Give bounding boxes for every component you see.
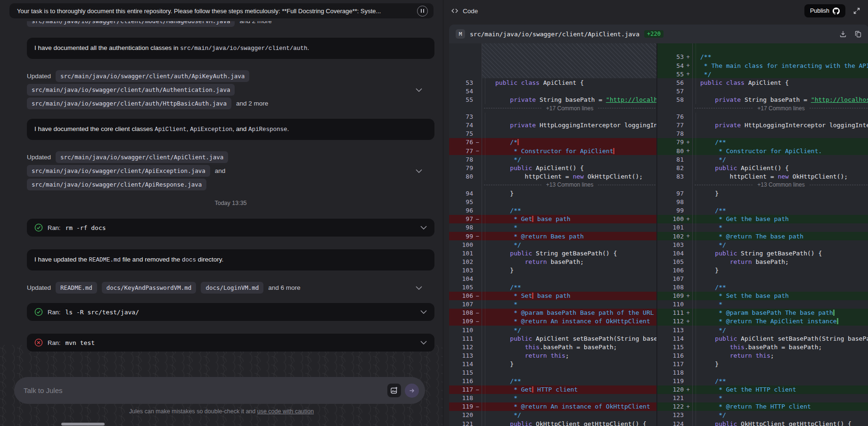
diff-row: 78 */ bbox=[449, 155, 656, 164]
copy-icon[interactable] bbox=[854, 30, 862, 38]
code-line: * @return Baes path bbox=[482, 232, 656, 240]
diff-gutter bbox=[449, 180, 482, 189]
command-card[interactable]: Ran:ls -R src/test/java/ bbox=[27, 303, 434, 321]
line-number: 120 bbox=[449, 411, 473, 418]
diff-row: 118 * bbox=[449, 394, 656, 402]
diff-marker: − bbox=[473, 403, 482, 410]
line-number: 102 bbox=[449, 258, 473, 265]
diff-card: M src/main/java/io/swagger/client/ApiCli… bbox=[449, 25, 868, 426]
diff-gutter: 78 bbox=[449, 155, 482, 164]
file-chip[interactable]: docs/KeyAndPasswordVM.md bbox=[102, 282, 197, 294]
diff-gutter: 79+ bbox=[657, 138, 693, 147]
diff-row: 103 } bbox=[449, 266, 656, 274]
chevron-down-icon[interactable] bbox=[420, 226, 427, 229]
diff-gutter: 110 bbox=[657, 300, 693, 309]
diff-gutter: 103 bbox=[657, 240, 693, 249]
diff-row: 121 public OkHttpClient getHttpClient() … bbox=[449, 419, 656, 426]
diff-gutter bbox=[449, 70, 482, 78]
updated-files-row: src/main/java/io/swagger/client/auth/Htt… bbox=[27, 98, 434, 109]
publish-button[interactable]: Publish bbox=[804, 4, 845, 17]
diff-row: 98 * bbox=[449, 223, 656, 232]
line-number: 112 bbox=[449, 344, 473, 351]
file-chip[interactable]: src/main/java/io/swagger/client/auth/Aut… bbox=[27, 84, 235, 96]
diff-gutter: 122+ bbox=[657, 402, 693, 411]
x-circle-icon bbox=[34, 338, 43, 347]
diff-marker: − bbox=[473, 216, 482, 222]
diff-marker: − bbox=[473, 147, 482, 154]
diff-row: 73 bbox=[449, 113, 656, 121]
composer-placeholder: Talk to Jules bbox=[24, 386, 387, 394]
chevron-down-icon[interactable] bbox=[420, 310, 427, 314]
diff-row: 97− * Get base path bbox=[449, 215, 656, 223]
common-lines-separator[interactable]: +13 Common lines bbox=[482, 180, 656, 189]
chevron-down-icon[interactable] bbox=[416, 169, 422, 173]
diff-right: 53+/**54+ * The main class for interacti… bbox=[656, 43, 868, 426]
file-chip[interactable]: README.md bbox=[56, 282, 97, 294]
diff-row: 106 } bbox=[657, 266, 868, 274]
file-chip[interactable]: src/main/java/io/swagger/client/ApiRespo… bbox=[27, 179, 206, 190]
chevron-down-icon[interactable] bbox=[420, 341, 427, 344]
common-lines-label: +17 Common lines bbox=[757, 105, 804, 112]
line-number: 55 bbox=[449, 96, 473, 103]
inline-code: ApiResponse bbox=[248, 126, 287, 133]
diff-gutter: 95 bbox=[449, 198, 482, 206]
file-chip[interactable]: src/main/java/io/swagger/client/auth/Api… bbox=[56, 70, 249, 82]
hatch-placeholder bbox=[482, 61, 656, 70]
code-line: * Get base path bbox=[482, 215, 656, 223]
code-line bbox=[482, 113, 656, 121]
common-lines-separator[interactable]: +17 Common lines bbox=[693, 104, 868, 113]
tab-code[interactable]: Code bbox=[463, 8, 478, 15]
code-line bbox=[482, 87, 656, 95]
file-chip[interactable]: src/main/java/io/swagger/client/auth/Htt… bbox=[27, 98, 231, 109]
file-chip[interactable]: src/main/java/io/swagger/client/ApiClien… bbox=[56, 151, 228, 163]
code-line: */ bbox=[693, 411, 868, 419]
diff-row: 80+ * Constructor for ApiClient. bbox=[657, 147, 868, 155]
diff-row: 100 */ bbox=[449, 240, 656, 249]
send-arrow-icon[interactable] bbox=[405, 384, 419, 398]
inline-code: ApiException bbox=[190, 126, 232, 133]
command-text: rm -rf docs bbox=[65, 224, 106, 231]
diff-row: 124 public OkHttpClient getHttpClient() … bbox=[657, 419, 868, 426]
command-card[interactable]: Ran:rm -rf docs bbox=[27, 219, 434, 237]
diff-gutter: 73 bbox=[449, 113, 482, 121]
code-line: /** bbox=[693, 206, 868, 215]
code-line bbox=[693, 87, 868, 95]
download-icon[interactable] bbox=[839, 30, 847, 38]
code-line: this.basePath = basePath; bbox=[482, 343, 656, 351]
pause-icon[interactable] bbox=[417, 6, 428, 16]
updated-label: Updated bbox=[27, 154, 51, 161]
diff-gutter: 105 bbox=[657, 257, 693, 266]
diff-row: 100+ * Get the base path bbox=[657, 215, 868, 223]
assistant-message: I have updated the README.md file and re… bbox=[27, 249, 434, 270]
common-lines-separator[interactable]: +13 Common lines bbox=[693, 180, 868, 189]
diff-marker: + bbox=[684, 139, 692, 146]
code-line: public class ApiClient { bbox=[693, 78, 868, 87]
line-number: 121 bbox=[449, 420, 473, 426]
file-chip[interactable]: src/main/java/io/swagger/client/ApiExcep… bbox=[27, 165, 210, 177]
line-number: 111 bbox=[657, 309, 684, 316]
diff-gutter: 124 bbox=[657, 419, 693, 426]
line-number: 80 bbox=[449, 173, 473, 180]
diff-gutter: 100 bbox=[449, 240, 482, 249]
composer[interactable]: Talk to Jules bbox=[14, 377, 425, 404]
file-chip[interactable]: src/main/java/io/swagger/client/model/Ma… bbox=[27, 21, 235, 27]
diff-gutter: 54 bbox=[449, 87, 482, 95]
diff-row: 82 public ApiClient() { bbox=[657, 164, 868, 172]
line-number: 75 bbox=[449, 130, 473, 137]
use-code-with-caution-link[interactable]: use code with caution bbox=[257, 408, 314, 415]
add-image-icon[interactable] bbox=[387, 384, 401, 397]
diff-row: 77 private HttpLoggingInterceptor loggin… bbox=[657, 121, 868, 130]
command-card[interactable]: Ran:mvn test bbox=[27, 334, 434, 352]
diff-gutter: 83 bbox=[657, 172, 693, 180]
line-number: 73 bbox=[449, 113, 473, 120]
open-in-full-icon[interactable] bbox=[853, 7, 860, 15]
diff-gutter: 99 bbox=[657, 206, 693, 215]
line-number: 98 bbox=[449, 224, 473, 231]
file-chip[interactable]: docs/LoginVM.md bbox=[201, 282, 263, 294]
common-lines-separator[interactable]: +17 Common lines bbox=[482, 104, 656, 113]
chevron-down-icon[interactable] bbox=[416, 286, 422, 290]
chevron-down-icon[interactable] bbox=[416, 88, 422, 92]
horizontal-scrollbar-thumb[interactable] bbox=[61, 423, 105, 426]
diff-gutter: 76 bbox=[657, 113, 693, 121]
more-files-label: and 2 more bbox=[239, 21, 271, 25]
